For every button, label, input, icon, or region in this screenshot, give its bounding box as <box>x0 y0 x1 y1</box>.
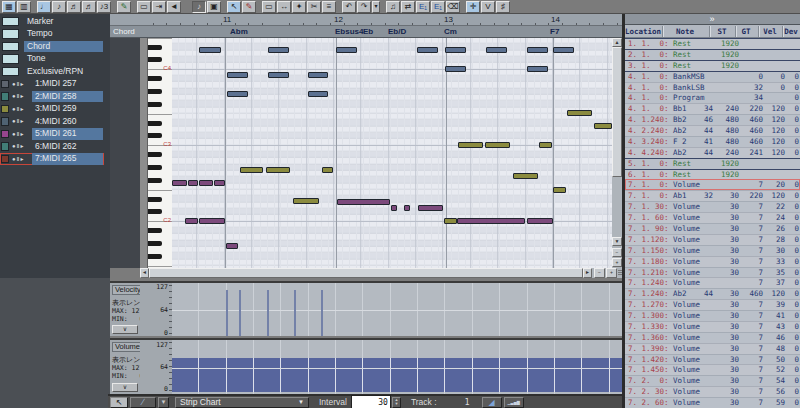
volume-level-fill[interactable] <box>172 358 622 392</box>
marquee-select-button[interactable]: ▭ <box>262 1 276 13</box>
eighth-note-button[interactable]: ♪ <box>52 1 66 13</box>
event-row[interactable]: 4. 1. 0:Program340 <box>625 92 800 103</box>
event-row[interactable]: 7. 1. 90:Volume307260 <box>625 223 800 234</box>
velocity-values-button[interactable]: V <box>481 1 495 13</box>
audition-speaker-button[interactable]: ◄ <box>167 1 181 13</box>
measure-ruler[interactable]: 11121314 <box>110 14 622 26</box>
piano-note[interactable] <box>527 47 548 53</box>
piano-note[interactable] <box>553 47 574 53</box>
event-row[interactable]: 7. 1.390:Volume307480 <box>625 343 800 354</box>
velocity-spike[interactable] <box>239 290 241 336</box>
strip-cursor-tool-button[interactable]: ↖ <box>110 397 128 408</box>
track-row-midi-6[interactable]: ●Ⅱ▸6:MIDI 262 <box>0 140 104 153</box>
redo-button[interactable]: ↷ <box>357 1 371 13</box>
piano-note[interactable] <box>417 47 438 53</box>
event-row[interactable]: 7. 1. 60:Volume307240 <box>625 212 800 223</box>
event-row[interactable]: 7. 1.300:Volume307410 <box>625 310 800 321</box>
chord-name[interactable]: Cm <box>444 27 457 36</box>
event-row[interactable]: 5. 1. 0:Rest1920 <box>625 158 800 169</box>
note-clone-button[interactable]: ✦ <box>292 1 306 13</box>
piano-note[interactable] <box>444 218 457 224</box>
piano-note[interactable] <box>567 110 592 116</box>
zoom-in-v-button[interactable]: + <box>612 258 622 267</box>
draw-tool-button[interactable]: ✎ <box>242 1 256 13</box>
event-row[interactable]: 7. 1.120:Volume307280 <box>625 234 800 245</box>
event-swap-button[interactable]: ⇄ <box>401 1 415 13</box>
piano-note[interactable] <box>458 142 483 148</box>
erase-note-button[interactable]: ♪ <box>192 1 206 13</box>
track-transport-icons[interactable]: ●Ⅱ▸ <box>12 115 25 128</box>
piano-note[interactable] <box>199 218 225 224</box>
event-row[interactable]: 6. 1. 0:Rest1920 <box>625 169 800 180</box>
sixteenth-note-button[interactable]: ♬ <box>67 1 81 13</box>
event-dots-button[interactable]: ▭ <box>137 1 151 13</box>
piano-note[interactable] <box>227 91 248 97</box>
piano-note[interactable] <box>266 167 290 173</box>
velocity-chart[interactable] <box>172 281 622 336</box>
chord-name[interactable]: Eb/D <box>388 27 406 36</box>
chart-type-select[interactable]: Strip Chart ▼ <box>175 397 309 408</box>
triplet-note-button[interactable]: ♪3 <box>97 1 111 13</box>
piano-note[interactable] <box>308 72 328 78</box>
velocity-spike[interactable] <box>267 290 269 336</box>
piano-note[interactable] <box>268 47 289 53</box>
quarter-note-button[interactable]: ♩ <box>37 1 51 13</box>
event-row[interactable]: 7. 2. 30:Volume307560 <box>625 386 800 397</box>
event-row[interactable]: 7. 1.150:Volume307300 <box>625 245 800 256</box>
scroll-right-button[interactable]: ► <box>583 268 592 278</box>
zoom-in-h-button[interactable]: + <box>606 268 617 278</box>
zoom-out-h-button[interactable]: − <box>594 268 605 278</box>
event-row[interactable]: 7. 1.330:Volume307430 <box>625 321 800 332</box>
event-row[interactable]: 7. 1.180:Volume307330 <box>625 256 800 267</box>
track-row-midi-4[interactable]: ●Ⅱ▸4:MIDI 260 <box>0 115 104 128</box>
track-transport-icons[interactable]: ●Ⅱ▸ <box>12 90 25 103</box>
event-row[interactable]: 7. 1.240:Ab244304601200 <box>625 288 800 299</box>
chord-name[interactable]: Abm <box>230 27 248 36</box>
piano-note[interactable] <box>226 243 238 249</box>
scroll-up-button[interactable]: ▲ <box>612 38 622 47</box>
chord-lane[interactable]: Chord AbmEbsus4EbEb/DCmF7 <box>110 26 622 38</box>
piano-note[interactable] <box>268 72 289 78</box>
piano-note[interactable] <box>391 205 397 211</box>
piano-note[interactable] <box>594 123 612 129</box>
chord-name[interactable]: F7 <box>550 27 559 36</box>
piano-note[interactable] <box>527 66 548 72</box>
piano-note[interactable] <box>337 199 390 205</box>
event-row[interactable]: 4. 4.240:Ab2442402411200 <box>625 147 800 158</box>
event-row[interactable]: 7. 1.240:Volume7370 <box>625 277 800 288</box>
track-transport-icons[interactable]: ●Ⅱ▸ <box>12 153 25 166</box>
vertical-scrollbar[interactable]: ▲▼−+ <box>612 38 622 268</box>
event-list-expand-button[interactable]: » <box>625 14 800 25</box>
event-row[interactable]: 7. 2. 0:Volume307540 <box>625 375 800 386</box>
pitch-accidental-button[interactable]: ♯ <box>496 1 510 13</box>
piano-note[interactable] <box>539 142 552 148</box>
piano-roll-grid[interactable] <box>172 38 612 268</box>
track-transport-icons[interactable]: ●Ⅱ▸ <box>12 128 25 141</box>
piano-note[interactable] <box>404 205 410 211</box>
note-move-button[interactable]: ↔ <box>277 1 291 13</box>
zoom-out-v-button[interactable]: − <box>612 248 622 257</box>
event-row[interactable]: 4. 1. 0:BankLSB3200 <box>625 82 800 93</box>
piano-note[interactable] <box>322 167 333 173</box>
bars-display-button[interactable]: ▁▃▅▇ <box>504 397 524 408</box>
track-row-chord[interactable]: Chord <box>0 40 104 53</box>
piano-note[interactable] <box>418 205 443 211</box>
scrollbar-thumb[interactable] <box>149 268 583 278</box>
event-row[interactable]: 4. 1. 0:Bb1342402201200 <box>625 103 800 114</box>
piano-note[interactable] <box>308 91 328 97</box>
event-row[interactable]: 7. 1.210:Volume307350 <box>625 267 800 278</box>
event-row[interactable]: 4. 3.240:F 2414804601200 <box>625 136 800 147</box>
piano-note[interactable] <box>553 187 566 193</box>
track-transport-icons[interactable]: ●Ⅱ▸ <box>12 103 25 116</box>
volume-chart[interactable] <box>172 338 622 394</box>
track-row-marker[interactable]: Marker <box>0 15 104 28</box>
interval-spinner[interactable]: ▲ ▼ <box>392 397 401 408</box>
note-display-button[interactable]: ▣ <box>207 1 221 13</box>
piano-note[interactable] <box>172 180 187 186</box>
pen-tool-button[interactable]: ✎ <box>117 1 131 13</box>
piano-view-button[interactable]: ▥ <box>17 1 31 13</box>
velocity-spike[interactable] <box>294 290 296 336</box>
center-playhead-button[interactable]: ✛ <box>466 1 480 13</box>
piano-note[interactable] <box>188 180 198 186</box>
event-row[interactable]: 7. 1.420:Volume307500 <box>625 354 800 365</box>
